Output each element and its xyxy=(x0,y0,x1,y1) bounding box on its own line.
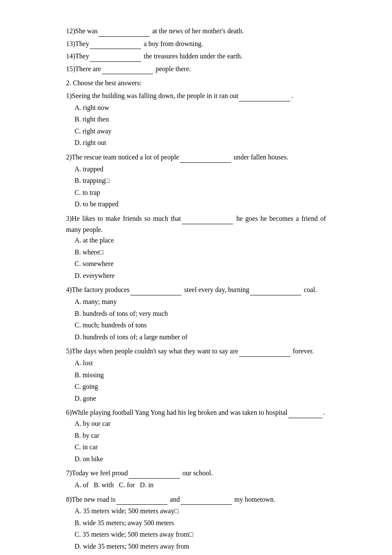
q13-num: 13)They xyxy=(66,40,89,47)
mcq7-question: 7)Today we feel proud our school. xyxy=(66,468,326,479)
section2-title: 2. Choose the best answers: xyxy=(66,78,326,89)
mcq4-optC: C. much; hundreds of tons xyxy=(75,320,326,331)
q13-after: a boy from drowning. xyxy=(142,40,203,47)
mcq1-optC: C. right away xyxy=(75,126,326,137)
mcq3-optA: A. at the place xyxy=(75,235,326,246)
mcq4-blank1 xyxy=(130,295,182,295)
q12: 12)She was at the news of her mother's d… xyxy=(66,26,326,37)
mcq6-block: 6)While playing football Yang Yong had h… xyxy=(66,407,326,464)
mcq5-optA: A. lost xyxy=(75,358,326,369)
q15-blank xyxy=(102,74,153,74)
mcq3-question: 3)He likes to make friends so much that … xyxy=(66,213,326,235)
q14: 14)They the treasures hidden under the e… xyxy=(66,51,326,62)
mcq7-block: 7)Today we feel proud our school. A. of … xyxy=(66,468,326,490)
mcq8-optA: A. 35 meters wide; 500 meters away□ xyxy=(75,506,326,517)
q12-num: 12)She was xyxy=(66,27,98,35)
q14-blank xyxy=(90,61,141,62)
mcq4-block: 4)The factory produces steel every day, … xyxy=(66,284,326,342)
mcq1-optB: B. right then xyxy=(75,114,326,125)
mcq6-optD: D. on bike xyxy=(75,454,326,465)
q15-num: 15)There are xyxy=(66,65,101,72)
mcq6-blank xyxy=(288,418,323,418)
mcq2-blank xyxy=(180,162,231,163)
mcq3-optC: C. somewhere xyxy=(75,258,326,269)
mcq6-optA: A. by our car xyxy=(75,418,326,429)
q13-blank xyxy=(90,49,141,49)
mcq4-optD: D. hundreds of tons of; a large number o… xyxy=(75,332,326,343)
mcq7-options: A. of B. with C. for D. in xyxy=(75,480,326,491)
mcq8-blank2 xyxy=(181,504,232,505)
mcq1-blank xyxy=(239,101,290,101)
mcq8-question: 8)The new road is and my hometown. xyxy=(66,494,326,505)
mcq8-block: 8)The new road is and my hometown. A. 35… xyxy=(66,494,326,552)
mcq7-blank xyxy=(129,478,180,479)
q14-num: 14)They xyxy=(66,52,89,60)
mcq2-optD: D. to be trapped xyxy=(75,199,326,210)
mcq1-optA: A. right now xyxy=(75,102,326,113)
mcq5-question: 5)The days when people couldn't say what… xyxy=(66,346,326,357)
mcq6-optC: C. in car xyxy=(75,442,326,453)
mcq8-optC: C. 35 meters wide; 500 meters away from□ xyxy=(75,529,326,540)
mcq3-block: 3)He likes to make friends so much that … xyxy=(66,213,326,281)
mcq2-optA: A. trapped xyxy=(75,164,326,175)
mcq8-optD: D. wide 35 meters; 500 meters away from xyxy=(75,541,326,552)
mcq2-optC: C. to trap xyxy=(75,187,326,198)
mcq3-optB: B. where□ xyxy=(75,247,326,258)
mcq3-optD: D. everywhere xyxy=(75,270,326,281)
mcq1-question: 1)Seeing the building was falling down, … xyxy=(66,90,326,101)
mcq8-optB: B. wide 35 meters; away 500 meters xyxy=(75,517,326,529)
mcq2-block: 2)The rescue team noticed a lot of peopl… xyxy=(66,152,326,210)
mcq5-optB: B. missing xyxy=(75,370,326,381)
q12-blank xyxy=(98,36,150,37)
mcq5-block: 5)The days when people couldn't say what… xyxy=(66,346,326,404)
main-content: 12)She was at the news of her mother's d… xyxy=(66,26,326,552)
mcq3-blank xyxy=(182,224,233,224)
mcq8-blank1 xyxy=(116,504,167,505)
mcq5-blank xyxy=(239,356,290,357)
mcq1-optD: D. right out xyxy=(75,137,326,148)
mcq4-optB: B. hundreds of tons of; very much xyxy=(75,308,326,319)
mcq6-question: 6)While playing football Yang Yong had h… xyxy=(66,407,326,418)
fill-in-block: 12)She was at the news of her mother's d… xyxy=(66,26,326,74)
mcq4-question: 4)The factory produces steel every day, … xyxy=(66,284,326,295)
mcq4-optA: A. many; many xyxy=(75,296,326,307)
mcq5-optC: C. going xyxy=(75,381,326,392)
q15-after: people there. xyxy=(154,65,191,72)
q14-after: the treasures hidden under the earth. xyxy=(142,52,242,60)
mcq6-optB: B. by car xyxy=(75,430,326,441)
mcq2-optB: B. trapping□ xyxy=(75,175,326,186)
mcq1-block: 1)Seeing the building was falling down, … xyxy=(66,90,326,148)
mcq2-question: 2)The rescue team noticed a lot of peopl… xyxy=(66,152,326,163)
mcq5-optD: D. gone xyxy=(75,393,326,404)
q15: 15)There are people there. xyxy=(66,64,326,75)
q12-after: at the news of her mother's death. xyxy=(150,27,244,35)
q13: 13)They a boy from drowning. xyxy=(66,38,326,49)
mcq4-blank2 xyxy=(250,295,301,295)
